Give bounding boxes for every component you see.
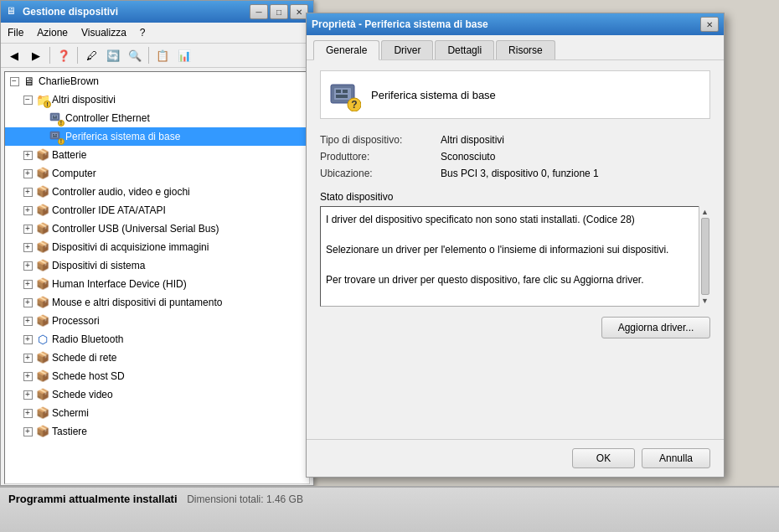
help-button[interactable]: ❓: [54, 46, 74, 65]
tab-dettagli[interactable]: Dettagli: [435, 40, 494, 59]
tree-item-schede-video[interactable]: +📦Schede video: [5, 385, 309, 404]
dialog-content: ? Periferica sistema di base Tipo di dis…: [307, 60, 724, 349]
svg-rect-8: [55, 134, 57, 136]
tree-label-root: CharlieBrown: [39, 74, 99, 89]
tree-expander-schede-rete[interactable]: +: [22, 352, 34, 364]
tree-expander-disp-acq[interactable]: +: [22, 241, 34, 253]
svg-rect-13: [343, 90, 348, 93]
tree-label-mouse: Mouse e altri dispositivi di puntamento: [52, 295, 222, 310]
bottom-bar-subtitle: Dimensioni totali: 1.46 GB: [187, 493, 303, 505]
toolbar: ◀ ▶ ❓ 🖊 🔄 🔍 📋 📊: [1, 44, 313, 68]
ok-button[interactable]: OK: [572, 448, 635, 468]
tree-item-radio-bt[interactable]: +⬡Radio Bluetooth: [5, 330, 309, 349]
tree-icon-ctrl-ide: 📦: [35, 203, 50, 218]
prod-label: Produttore:: [320, 151, 437, 163]
svg-rect-4: [53, 117, 57, 119]
tree-icon-schede-sd: 📦: [35, 369, 50, 384]
tree-expander-schermi[interactable]: +: [22, 407, 34, 419]
device-manager-window: 🖥 Gestione dispositivi ─ □ ✕ File Azione…: [0, 0, 314, 486]
tree-item-ctrl-usb[interactable]: +📦Controller USB (Universal Serial Bus): [5, 220, 309, 238]
tree-item-tastiere[interactable]: +📦Tastiere: [5, 422, 309, 441]
scrollbar[interactable]: ▲ ▼: [699, 206, 710, 307]
tree-label-altri: Altri dispositivi: [52, 92, 116, 107]
tree-icon-batterie: 📦: [35, 147, 50, 163]
tree-label-processori: Processori: [52, 313, 100, 328]
tree-icon-tastiere: 📦: [35, 424, 50, 439]
svg-text:?: ?: [351, 99, 357, 111]
tree-item-ctrl-ide[interactable]: +📦Controller IDE ATA/ATAPI: [5, 201, 309, 220]
cancel-button[interactable]: Annulla: [642, 448, 710, 468]
tree-expander-batterie[interactable]: +: [22, 149, 34, 161]
tree-expander-tastiere[interactable]: +: [22, 426, 34, 437]
tab-generale[interactable]: Generale: [313, 40, 379, 60]
tree-expander-processori[interactable]: +: [22, 315, 34, 327]
properties-button[interactable]: 🖊: [81, 46, 101, 65]
tree-label-schede-sd: Schede host SD: [52, 369, 125, 384]
tree-expander-schede-video[interactable]: +: [22, 389, 34, 400]
tree-expander-hid[interactable]: +: [22, 278, 34, 290]
menu-file[interactable]: File: [1, 24, 30, 41]
tree-expander-ctrl-audio[interactable]: +: [22, 186, 34, 198]
tree-expander-disp-sis[interactable]: +: [22, 260, 34, 271]
tree-icon-disp-acq: 📦: [35, 240, 50, 255]
tipo-value: Altri dispositivi: [441, 134, 710, 146]
tree-expander-controller-eth[interactable]: [35, 112, 47, 124]
tab-risorse[interactable]: Risorse: [496, 40, 555, 59]
tree-item-schede-rete[interactable]: +📦Schede di rete: [5, 349, 309, 367]
device-manager-icon: 🖥: [6, 5, 19, 18]
menu-help[interactable]: ?: [133, 24, 152, 41]
dialog-title: Proprietà - Periferica sistema di base: [312, 18, 488, 30]
menu-azione[interactable]: Azione: [30, 24, 75, 41]
toolbar-sep-2: [77, 47, 78, 64]
tree-expander-periferica[interactable]: [35, 131, 47, 142]
tree-label-controller-eth: Controller Ethernet: [65, 111, 150, 126]
minimize-button[interactable]: ─: [250, 4, 268, 19]
tree-icon-processori: 📦: [35, 313, 50, 328]
tree-expander-ctrl-ide[interactable]: +: [22, 204, 34, 216]
tree-expander-mouse[interactable]: +: [22, 297, 34, 308]
tabs-bar: Generale Driver Dettagli Risorse: [307, 35, 724, 60]
ubic-label: Ubicazione:: [320, 168, 437, 179]
back-button[interactable]: ◀: [4, 46, 24, 65]
scan-button[interactable]: 🔍: [125, 46, 145, 65]
update-driver-button[interactable]: Aggiorna driver...: [601, 317, 710, 338]
tree-item-disp-acq[interactable]: +📦Dispositivi di acquisizione immagini: [5, 238, 309, 256]
device-manager-titlebar: 🖥 Gestione dispositivi ─ □ ✕: [1, 1, 313, 23]
forward-button[interactable]: ▶: [26, 46, 46, 65]
tree-item-schede-sd[interactable]: +📦Schede host SD: [5, 367, 309, 385]
tree-item-mouse[interactable]: +📦Mouse e altri dispositivi di puntament…: [5, 293, 309, 312]
tree-item-ctrl-audio[interactable]: +📦Controller audio, video e giochi: [5, 183, 309, 201]
properties-grid: Tipo di dispositivo: Altri dispositivi P…: [320, 134, 710, 179]
tipo-label: Tipo di dispositivo:: [320, 134, 437, 146]
tree-item-processori[interactable]: +📦Processori: [5, 312, 309, 330]
tree-expander-schede-sd[interactable]: +: [22, 370, 34, 382]
menu-visualizza[interactable]: Visualizza: [75, 24, 133, 41]
resources-button[interactable]: 📊: [174, 46, 194, 65]
tree-expander-altri[interactable]: −: [22, 94, 34, 106]
tree-label-batterie: Batterie: [52, 147, 86, 163]
tree-item-controller-eth[interactable]: !Controller Ethernet: [5, 109, 309, 127]
tree-item-batterie[interactable]: +📦Batterie: [5, 146, 309, 164]
tree-item-schermi[interactable]: +📦Schermi: [5, 404, 309, 422]
tab-driver[interactable]: Driver: [381, 40, 433, 59]
svg-rect-2: [53, 116, 54, 117]
tree-expander-ctrl-usb[interactable]: +: [22, 223, 34, 235]
prod-value: Sconosciuto: [441, 151, 710, 163]
dialog-close-button[interactable]: ✕: [700, 17, 719, 32]
device-tree[interactable]: −🖥CharlieBrown−📁!Altri dispositivi!Contr…: [4, 71, 310, 484]
tree-item-hid[interactable]: +📦Human Interface Device (HID): [5, 275, 309, 293]
tree-label-schermi: Schermi: [52, 405, 89, 421]
tree-expander-radio-bt[interactable]: +: [22, 333, 34, 345]
tree-item-root[interactable]: −🖥CharlieBrown: [5, 72, 309, 90]
tree-item-periferica[interactable]: !Periferica sistema di base: [5, 127, 309, 146]
tree-item-computer[interactable]: +📦Computer: [5, 164, 309, 183]
maximize-button[interactable]: □: [270, 4, 288, 19]
update-button[interactable]: 🔄: [103, 46, 123, 65]
tree-expander-root[interactable]: −: [8, 75, 20, 87]
tree-label-radio-bt: Radio Bluetooth: [52, 332, 123, 347]
tree-expander-computer[interactable]: +: [22, 168, 34, 179]
ubic-value-link: 1: [593, 168, 599, 179]
tree-item-disp-sis[interactable]: +📦Dispositivi di sistema: [5, 256, 309, 275]
tree-item-altri[interactable]: −📁!Altri dispositivi: [5, 90, 309, 109]
view-button[interactable]: 📋: [152, 46, 173, 65]
